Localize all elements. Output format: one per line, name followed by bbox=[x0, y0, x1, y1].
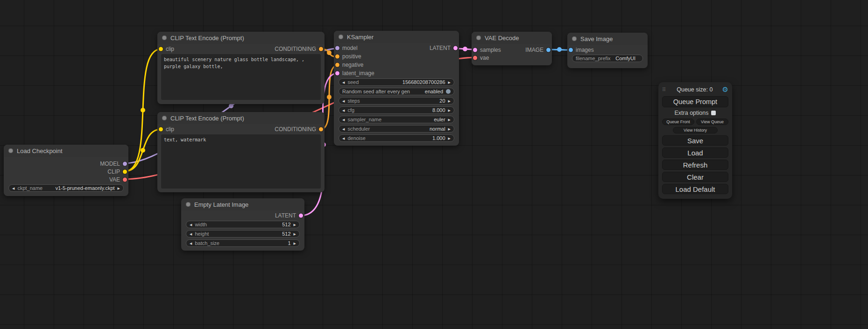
input-slot-samples[interactable] bbox=[473, 48, 477, 52]
queue-prompt-button[interactable]: Queue Prompt bbox=[662, 96, 728, 107]
widget-value: euler bbox=[434, 117, 445, 122]
decrement-arrow-icon[interactable]: ◀ bbox=[190, 242, 192, 245]
input-slot-positive[interactable] bbox=[335, 55, 339, 59]
widget-label: seed bbox=[347, 79, 359, 85]
increment-arrow-icon[interactable]: ▶ bbox=[294, 223, 296, 226]
view-history-button[interactable]: View History bbox=[673, 127, 718, 133]
output-label-latent: LATENT bbox=[275, 212, 296, 219]
collapse-dot-icon[interactable] bbox=[339, 35, 343, 39]
widget-height[interactable]: ◀ height 512 ▶ bbox=[186, 230, 300, 238]
input-label-negative: negative bbox=[342, 62, 363, 68]
wire-clip-to-positive bbox=[125, 49, 161, 171]
save-button[interactable]: Save bbox=[662, 135, 728, 146]
input-slot-model[interactable] bbox=[335, 46, 339, 50]
collapse-dot-icon[interactable] bbox=[162, 35, 167, 40]
next-option-arrow-icon[interactable]: ▶ bbox=[118, 187, 120, 190]
collapse-dot-icon[interactable] bbox=[8, 148, 13, 153]
input-slot-clip[interactable] bbox=[159, 127, 163, 132]
input-label-vae: vae bbox=[480, 55, 489, 61]
widget-ckpt-name[interactable]: ◀ ckpt_name v1-5-pruned-emaonly.ckpt ▶ bbox=[8, 184, 124, 192]
increment-arrow-icon[interactable]: ▶ bbox=[448, 109, 451, 112]
input-slot-latent-image[interactable] bbox=[335, 71, 339, 76]
load-default-button[interactable]: Load Default bbox=[662, 184, 728, 194]
output-slot-model[interactable] bbox=[123, 161, 127, 166]
input-label-clip: clip bbox=[166, 126, 174, 133]
node-title: VAE Decode bbox=[485, 35, 519, 42]
queue-menu-panel: ⠿ Queue size: 0 ⚙ Queue Prompt Extra opt… bbox=[658, 82, 732, 199]
prev-option-arrow-icon[interactable]: ◀ bbox=[342, 127, 345, 131]
widget-sampler-name[interactable]: ◀ sampler_name euler ▶ bbox=[339, 116, 454, 123]
node-save-image-titlebar[interactable]: Save Image bbox=[567, 33, 648, 45]
prev-option-arrow-icon[interactable]: ◀ bbox=[342, 118, 345, 121]
extra-options-checkbox[interactable] bbox=[711, 111, 716, 115]
node-load-checkpoint: Load Checkpoint MODEL CLIP VAE ◀ ckpt_na… bbox=[4, 145, 128, 196]
next-option-arrow-icon[interactable]: ▶ bbox=[448, 118, 451, 121]
collapse-dot-icon[interactable] bbox=[572, 36, 577, 41]
collapse-dot-icon[interactable] bbox=[186, 202, 191, 207]
output-slot-image[interactable] bbox=[546, 48, 550, 52]
widget-width[interactable]: ◀ width 512 ▶ bbox=[186, 221, 300, 228]
queue-actions-row: Queue Front View Queue bbox=[662, 119, 728, 125]
refresh-button[interactable]: Refresh bbox=[662, 160, 728, 170]
decrement-arrow-icon[interactable]: ◀ bbox=[342, 137, 345, 140]
node-clip-negative-titlebar[interactable]: CLIP Text Encode (Prompt) bbox=[157, 112, 325, 124]
widget-label: batch_size bbox=[195, 240, 219, 246]
node-vae-decode-titlebar[interactable]: VAE Decode bbox=[472, 32, 552, 44]
node-ksampler-titlebar[interactable]: KSampler bbox=[334, 31, 459, 43]
widget-value: 512 bbox=[282, 231, 290, 237]
widget-cfg[interactable]: ◀ cfg 8.000 ▶ bbox=[339, 106, 454, 114]
output-slot-latent[interactable] bbox=[299, 214, 303, 218]
input-slot-images[interactable] bbox=[569, 48, 573, 52]
node-empty-latent-titlebar[interactable]: Empty Latent Image bbox=[181, 198, 304, 210]
widget-seed[interactable]: ◀ seed 156680208700286 ▶ bbox=[339, 78, 454, 86]
increment-arrow-icon[interactable]: ▶ bbox=[294, 242, 296, 245]
input-slot-vae[interactable] bbox=[473, 56, 477, 60]
output-slot-vae[interactable] bbox=[123, 177, 127, 182]
queue-front-button[interactable]: Queue Front bbox=[662, 119, 694, 125]
decrement-arrow-icon[interactable]: ◀ bbox=[342, 81, 345, 84]
queue-menu-header: ⠿ Queue size: 0 ⚙ bbox=[662, 85, 728, 94]
view-queue-button[interactable]: View Queue bbox=[696, 119, 728, 125]
input-slot-negative[interactable] bbox=[335, 63, 339, 67]
node-graph-canvas[interactable]: Load Checkpoint MODEL CLIP VAE ◀ ckpt_na… bbox=[0, 0, 868, 329]
positive-prompt-textarea[interactable]: beautiful scenery nature glass bottle la… bbox=[161, 54, 321, 100]
increment-arrow-icon[interactable]: ▶ bbox=[294, 232, 296, 236]
widget-random-seed-toggle[interactable]: Random seed after every gen enabled bbox=[339, 88, 454, 95]
input-label-images: images bbox=[576, 47, 594, 53]
node-empty-latent-image: Empty Latent Image LATENT ◀ width 512 ▶ … bbox=[181, 198, 304, 251]
drag-handle-icon[interactable]: ⠿ bbox=[662, 87, 665, 93]
output-slot-conditioning[interactable] bbox=[319, 127, 323, 132]
output-slot-clip[interactable] bbox=[123, 169, 127, 174]
node-title: CLIP Text Encode (Prompt) bbox=[170, 35, 244, 42]
clear-button[interactable]: Clear bbox=[662, 172, 728, 182]
wire-midpoint-dot-cond-positive bbox=[327, 50, 332, 55]
widget-scheduler[interactable]: ◀ scheduler normal ▶ bbox=[339, 125, 454, 133]
load-button[interactable]: Load bbox=[662, 147, 728, 158]
increment-arrow-icon[interactable]: ▶ bbox=[448, 81, 451, 84]
collapse-dot-icon[interactable] bbox=[162, 116, 167, 120]
node-clip-positive-titlebar[interactable]: CLIP Text Encode (Prompt) bbox=[157, 32, 325, 44]
widget-batch-size[interactable]: ◀ batch_size 1 ▶ bbox=[186, 239, 300, 247]
increment-arrow-icon[interactable]: ▶ bbox=[448, 137, 451, 140]
output-slot-conditioning[interactable] bbox=[319, 47, 323, 51]
input-slot-clip[interactable] bbox=[159, 47, 163, 51]
toggle-on-dot[interactable] bbox=[446, 89, 451, 94]
decrement-arrow-icon[interactable]: ◀ bbox=[190, 223, 192, 226]
negative-prompt-textarea[interactable]: text, watermark bbox=[161, 134, 321, 189]
extra-options-row: Extra options bbox=[662, 109, 728, 117]
output-label-model: MODEL bbox=[100, 161, 120, 167]
node-load-checkpoint-titlebar[interactable]: Load Checkpoint bbox=[4, 145, 128, 157]
widget-denoise[interactable]: ◀ denoise 1.000 ▶ bbox=[339, 134, 454, 142]
widget-label: filename_prefix bbox=[576, 56, 611, 61]
widget-filename-prefix[interactable]: filename_prefix ComfyUI bbox=[572, 55, 643, 62]
decrement-arrow-icon[interactable]: ◀ bbox=[342, 109, 345, 112]
prev-option-arrow-icon[interactable]: ◀ bbox=[12, 187, 14, 190]
decrement-arrow-icon[interactable]: ◀ bbox=[342, 99, 345, 103]
widget-steps[interactable]: ◀ steps 20 ▶ bbox=[339, 97, 454, 105]
settings-gear-icon[interactable]: ⚙ bbox=[722, 85, 728, 94]
node-clip-text-encode-positive: CLIP Text Encode (Prompt) clip CONDITION… bbox=[157, 32, 325, 104]
next-option-arrow-icon[interactable]: ▶ bbox=[448, 127, 451, 131]
decrement-arrow-icon[interactable]: ◀ bbox=[190, 232, 192, 236]
increment-arrow-icon[interactable]: ▶ bbox=[448, 99, 451, 103]
collapse-dot-icon[interactable] bbox=[476, 35, 481, 40]
